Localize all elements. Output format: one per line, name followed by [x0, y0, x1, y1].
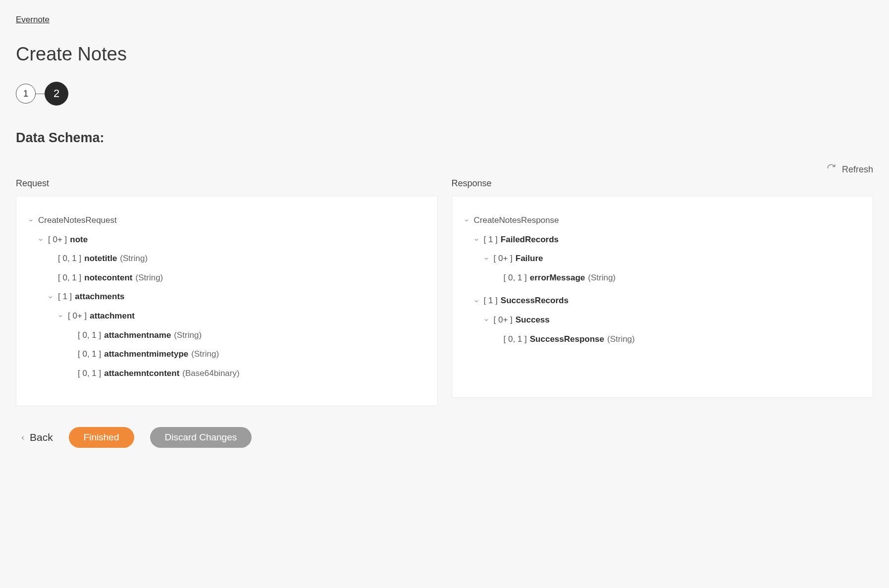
node-name: attachments — [75, 289, 124, 305]
tree-node: [ 0, 1 ] SuccessResponse (String) — [492, 330, 858, 349]
tree-row: [ 0, 1 ] attachemntcontent (Base64binary… — [66, 366, 422, 381]
node-type: (String) — [191, 347, 219, 362]
node-name: notetitle — [84, 251, 117, 267]
chevron-down-icon[interactable] — [472, 235, 481, 244]
cardinality-label: [ 1 ] — [484, 293, 498, 309]
response-panel: CreateNotesResponse[ 1 ] FailedRecords[ … — [452, 196, 874, 398]
chevron-down-icon[interactable] — [472, 297, 481, 306]
cardinality-label: [ 0, 1 ] — [58, 251, 81, 267]
tree-row: [ 0, 1 ] notecontent (String) — [46, 270, 422, 286]
chevron-down-icon[interactable] — [26, 216, 35, 225]
tree-row[interactable]: [ 0+ ] note — [36, 232, 422, 248]
tree-row[interactable]: [ 0+ ] attachment — [56, 309, 422, 324]
breadcrumb: Evernote — [16, 15, 873, 25]
refresh-icon[interactable] — [827, 163, 836, 175]
back-button[interactable]: Back — [20, 431, 53, 443]
stepper: 1 2 — [16, 82, 873, 106]
chevron-down-icon[interactable] — [36, 235, 45, 244]
tree-row[interactable]: [ 0+ ] Failure — [482, 251, 858, 267]
discard-changes-button[interactable]: Discard Changes — [150, 427, 252, 448]
cardinality-label: [ 0+ ] — [68, 309, 87, 324]
back-label: Back — [30, 431, 53, 443]
node-name: attachmentname — [104, 328, 171, 343]
node-name: Success — [516, 313, 550, 328]
chevron-left-icon — [20, 431, 26, 443]
tree-row[interactable]: [ 1 ] SuccessRecords — [472, 293, 858, 309]
response-label: Response — [452, 178, 874, 189]
request-tree: CreateNotesRequest[ 0+ ] note[ 0, 1 ] no… — [26, 211, 422, 391]
node-name: errorMessage — [530, 270, 585, 286]
node-type: (Base64binary) — [182, 366, 239, 381]
tree-node: [ 0+ ] note[ 0, 1 ] notetitle (String)[ … — [36, 230, 422, 389]
finished-button[interactable]: Finished — [69, 427, 134, 448]
chevron-down-icon[interactable] — [482, 254, 491, 263]
step-1[interactable]: 1 — [16, 84, 36, 104]
request-panel: CreateNotesRequest[ 0+ ] note[ 0, 1 ] no… — [16, 196, 438, 406]
cardinality-label: [ 0, 1 ] — [78, 366, 101, 381]
node-type: (String) — [136, 270, 163, 286]
node-name: attachment — [90, 309, 135, 324]
section-title: Data Schema: — [16, 130, 873, 146]
node-name: SuccessRecords — [501, 293, 569, 309]
cardinality-label: [ 0+ ] — [48, 232, 67, 248]
chevron-down-icon[interactable] — [56, 312, 65, 321]
page-title: Create Notes — [16, 44, 873, 65]
cardinality-label: [ 0, 1 ] — [504, 270, 527, 286]
step-connector — [36, 94, 45, 94]
response-tree: CreateNotesResponse[ 1 ] FailedRecords[ … — [462, 211, 858, 355]
tree-row: [ 0, 1 ] notetitle (String) — [46, 251, 422, 267]
tree-row[interactable]: [ 1 ] attachments — [46, 289, 422, 305]
node-name: FailedRecords — [501, 232, 559, 248]
node-name: CreateNotesRequest — [38, 213, 117, 228]
tree-node: [ 0, 1 ] notecontent (String) — [46, 268, 422, 288]
tree-node: [ 0+ ] Success[ 0, 1 ] SuccessResponse (… — [482, 311, 858, 351]
tree-node: [ 1 ] FailedRecords[ 0+ ] Failure[ 0, 1 … — [472, 230, 858, 292]
node-type: (String) — [588, 270, 616, 286]
cardinality-label: [ 1 ] — [58, 289, 72, 305]
tree-row[interactable]: [ 1 ] FailedRecords — [472, 232, 858, 248]
refresh-label[interactable]: Refresh — [842, 164, 873, 175]
tree-node: [ 0, 1 ] attachemntcontent (Base64binary… — [66, 364, 422, 383]
cardinality-label: [ 0, 1 ] — [78, 347, 101, 362]
node-type: (String) — [174, 328, 202, 343]
tree-node: [ 0, 1 ] attachmentmimetype (String) — [66, 345, 422, 364]
cardinality-label: [ 0+ ] — [494, 313, 513, 328]
cardinality-label: [ 0+ ] — [494, 251, 513, 267]
tree-node: [ 0, 1 ] notetitle (String) — [46, 249, 422, 268]
node-name: notecontent — [84, 270, 132, 286]
tree-node: [ 1 ] SuccessRecords[ 0+ ] Success[ 0, 1… — [472, 291, 858, 353]
tree-row: [ 0, 1 ] attachmentname (String) — [66, 328, 422, 343]
tree-row: [ 0, 1 ] SuccessResponse (String) — [492, 332, 858, 347]
tree-node: [ 0, 1 ] errorMessage (String) — [492, 268, 858, 288]
step-2[interactable]: 2 — [45, 82, 68, 106]
chevron-down-icon[interactable] — [462, 216, 471, 225]
chevron-down-icon[interactable] — [46, 293, 55, 302]
node-name: note — [70, 232, 88, 248]
node-name: attachemntcontent — [104, 366, 179, 381]
node-type: (String) — [120, 251, 148, 267]
tree-node: CreateNotesRequest[ 0+ ] note[ 0, 1 ] no… — [26, 211, 422, 391]
tree-node: [ 0+ ] attachment[ 0, 1 ] attachmentname… — [56, 307, 422, 385]
cardinality-label: [ 0, 1 ] — [58, 270, 81, 286]
tree-node: [ 0+ ] Failure[ 0, 1 ] errorMessage (Str… — [482, 249, 858, 289]
cardinality-label: [ 1 ] — [484, 232, 498, 248]
node-name: SuccessResponse — [530, 332, 604, 347]
request-label: Request — [16, 178, 438, 189]
node-name: attachmentmimetype — [104, 347, 188, 362]
node-type: (String) — [607, 332, 635, 347]
chevron-down-icon[interactable] — [482, 316, 491, 324]
cardinality-label: [ 0, 1 ] — [504, 332, 527, 347]
cardinality-label: [ 0, 1 ] — [78, 328, 101, 343]
node-name: Failure — [516, 251, 543, 267]
tree-node: [ 1 ] attachments[ 0+ ] attachment[ 0, 1… — [46, 287, 422, 387]
tree-row[interactable]: CreateNotesResponse — [462, 213, 858, 228]
breadcrumb-link[interactable]: Evernote — [16, 15, 50, 24]
tree-node: CreateNotesResponse[ 1 ] FailedRecords[ … — [462, 211, 858, 355]
node-name: CreateNotesResponse — [474, 213, 559, 228]
tree-row[interactable]: [ 0+ ] Success — [482, 313, 858, 328]
tree-node: [ 0, 1 ] attachmentname (String) — [66, 326, 422, 345]
tree-row[interactable]: CreateNotesRequest — [26, 213, 422, 228]
tree-row: [ 0, 1 ] errorMessage (String) — [492, 270, 858, 286]
tree-row: [ 0, 1 ] attachmentmimetype (String) — [66, 347, 422, 362]
